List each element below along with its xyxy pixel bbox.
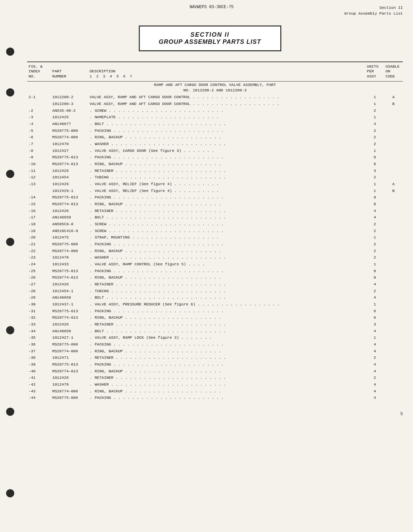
table-row: -71012470.WASHER . . . . . . . . . . . .…	[27, 141, 403, 147]
cell-fig: -13	[27, 181, 51, 188]
dot-indicator: .	[90, 389, 92, 393]
cell-desc: .VALVE ASSY, RELIEF (See figure 4) . . .…	[88, 181, 365, 188]
desc-text: NAMEPLATE . . . . . . . . . . . . . . . …	[95, 115, 219, 119]
table-row: -31012425.NAMEPLATE . . . . . . . . . . …	[27, 114, 403, 121]
cell-usable	[384, 395, 403, 402]
cell-desc: .RETAINER . . . . . . . . . . . . . . . …	[88, 167, 365, 174]
cell-units: 4	[365, 121, 384, 127]
desc-text: RING, BACKUP . . . . . . . . . . . . . .…	[95, 202, 221, 206]
dot-indicator: .	[90, 315, 92, 320]
cell-part: 1012426	[51, 321, 88, 328]
cell-desc: .RING, BACKUP . . . . . . . . . . . . . …	[88, 274, 365, 281]
cell-units: 2	[365, 355, 384, 361]
cell-fig	[27, 101, 51, 107]
cell-part: MS28774-013	[51, 274, 88, 281]
dot-indicator: .	[90, 382, 92, 387]
cell-units: 4	[365, 341, 384, 348]
col-header-fig: FIG. &INDEXNO.	[27, 62, 51, 82]
cell-desc: .PACKING . . . . . . . . . . . . . . . .…	[88, 241, 365, 248]
cell-fig: -9	[27, 154, 51, 161]
cell-units: 6	[365, 154, 384, 161]
cell-usable	[384, 315, 403, 321]
cell-desc: .RING, BACKUP . . . . . . . . . . . . . …	[88, 388, 365, 395]
desc-text: RING, BACKUP . . . . . . . . . . . . . .…	[95, 135, 221, 139]
cell-desc: .BOLT . . . . . . . . . . . . . . . . . …	[88, 121, 365, 127]
circle-3	[6, 170, 14, 178]
cell-desc: .RING, BACKUP . . . . . . . . . . . . . …	[88, 315, 365, 321]
cell-usable: B	[384, 101, 403, 107]
desc-text: VALVE ASSY, CARGO DOOR (See figure 3) . …	[95, 148, 214, 153]
circle-6	[6, 408, 14, 416]
cell-units: 2	[365, 141, 384, 147]
table-row: -15MS28774-013.RING, BACKUP . . . . . . …	[27, 201, 403, 208]
section-title-line1: SECTION II	[153, 31, 267, 38]
cell-fig: -37	[27, 348, 51, 355]
cell-part: 1012427-1	[51, 335, 88, 341]
cell-desc: .TUBING . . . . . . . . . . . . . . . . …	[88, 288, 365, 295]
cell-usable	[384, 348, 403, 355]
table-row: -131012429.VALVE ASSY, RELIEF (See figur…	[27, 181, 403, 188]
desc-text: TUBING . . . . . . . . . . . . . . . . .…	[95, 175, 226, 179]
table-row: -43MS28774-006.RING, BACKUP . . . . . . …	[27, 388, 403, 395]
cell-fig: -27	[27, 281, 51, 288]
table-row: -111012426.RETAINER . . . . . . . . . . …	[27, 167, 403, 174]
circle-7	[6, 489, 14, 497]
cell-desc: .RING, BACKUP . . . . . . . . . . . . . …	[88, 348, 365, 355]
desc-text: BOLT . . . . . . . . . . . . . . . . . .…	[95, 215, 226, 219]
col-header-part: PARTNUMBER	[51, 62, 88, 82]
page-number: 5	[0, 408, 413, 416]
cell-part: MS28774-013	[51, 201, 88, 208]
table-row: -241012433.VALVE ASSY, RAMP CONTROL (See…	[27, 261, 403, 268]
desc-text: WASHER . . . . . . . . . . . . . . . . .…	[95, 382, 226, 387]
desc-text: VALVE ASSY, RAMP AND AFT CARGO DOOR CONT…	[90, 102, 279, 106]
dot-indicator: .	[90, 375, 92, 380]
dot-indicator: .	[90, 155, 92, 159]
desc-text: RING, BACKUP . . . . . . . . . . . . . .…	[95, 369, 221, 373]
navweps-title: NAVWEPS 03-30CE-75	[190, 5, 234, 10]
cell-fig: -40	[27, 368, 51, 375]
dot-indicator: .	[90, 309, 92, 313]
cell-desc: .VALVE ASSY, CARGO DOOR (See figure 3) .…	[88, 147, 365, 154]
cell-desc: .PACKING . . . . . . . . . . . . . . . .…	[88, 268, 365, 274]
cell-fig: -35	[27, 335, 51, 341]
cell-fig: -34	[27, 328, 51, 335]
cell-part: 1012425	[51, 114, 88, 121]
cell-fig: -15	[27, 201, 51, 208]
desc-text: STRAP, MOUNTING . . . . . . . . . . . . …	[95, 235, 219, 240]
cell-fig: -17	[27, 214, 51, 221]
dot-indicator: .	[90, 355, 92, 360]
dot-indicator: .	[90, 335, 92, 340]
table-row: -4AN148677.BOLT . . . . . . . . . . . . …	[27, 121, 403, 127]
cell-units: 2	[365, 241, 384, 248]
page-number-value: 5	[400, 412, 403, 416]
cell-desc: .PACKING . . . . . . . . . . . . . . . .…	[88, 341, 365, 348]
cell-fig: -12	[27, 174, 51, 181]
cell-usable	[384, 295, 403, 301]
header-section-line2: Group Assembly Parts List	[335, 11, 403, 16]
cell-usable	[384, 161, 403, 167]
cell-fig: -38	[27, 355, 51, 361]
table-row: 1012200-3VALVE ASSY, RAMP AND AFT CARGO …	[27, 101, 403, 107]
cell-units: 2	[365, 254, 384, 261]
cell-usable	[384, 134, 403, 141]
cell-usable	[384, 355, 403, 361]
cell-units: 8	[365, 268, 384, 274]
cell-usable	[384, 288, 403, 295]
cell-usable	[384, 154, 403, 161]
cell-part: MS28774-013	[51, 368, 88, 375]
cell-units: 1	[365, 261, 384, 268]
cell-fig: 2-1	[27, 94, 51, 101]
parts-tbody: 2-11012200-2VALVE ASSY, RAMP AND AFT CAR…	[27, 94, 403, 402]
cell-fig: -36	[27, 341, 51, 348]
cell-usable	[384, 301, 403, 308]
circle-1	[6, 48, 14, 56]
cell-desc: .PACKING . . . . . . . . . . . . . . . .…	[88, 395, 365, 402]
dot-indicator: .	[90, 202, 92, 206]
desc-text: WASHER . . . . . . . . . . . . . . . . .…	[95, 255, 226, 260]
cell-part: 1012426	[51, 167, 88, 174]
cell-part: 1012426	[51, 208, 88, 214]
cell-units: 4	[365, 388, 384, 395]
cell-units: 1	[365, 101, 384, 107]
cell-part: 1012454-1	[51, 288, 88, 295]
cell-desc: .RING, BACKUP . . . . . . . . . . . . . …	[88, 134, 365, 141]
